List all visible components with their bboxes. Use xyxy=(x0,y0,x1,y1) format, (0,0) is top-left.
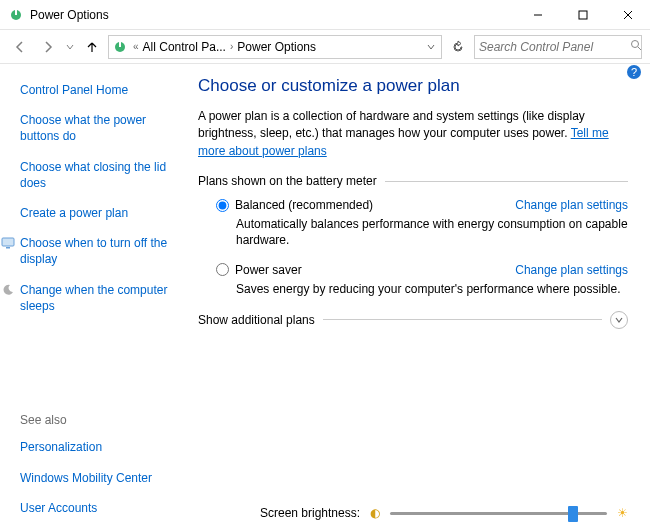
sidebar-task-display-off[interactable]: Choose when to turn off the display xyxy=(20,235,182,267)
plan-power-saver: Power saver Change plan settings Saves e… xyxy=(216,263,628,297)
plan-balanced-radio[interactable] xyxy=(216,199,229,212)
navigation-bar: « All Control Pa... › Power Options xyxy=(0,30,650,64)
divider xyxy=(385,181,628,182)
chevron-right-icon: › xyxy=(228,41,235,52)
sidebar-task-create-plan[interactable]: Create a power plan xyxy=(20,205,182,221)
plan-power-saver-radio[interactable] xyxy=(216,263,229,276)
page-heading: Choose or customize a power plan xyxy=(198,76,628,96)
power-options-icon xyxy=(8,7,24,23)
plans-section-label: Plans shown on the battery meter xyxy=(198,174,377,188)
recent-dropdown[interactable] xyxy=(64,35,76,59)
plan-balanced-radio-label[interactable]: Balanced (recommended) xyxy=(216,198,373,212)
plan-balanced: Balanced (recommended) Change plan setti… xyxy=(216,198,628,248)
power-options-icon xyxy=(111,38,129,56)
plan-power-saver-desc: Saves energy by reducing your computer's… xyxy=(236,281,628,297)
address-bar[interactable]: « All Control Pa... › Power Options xyxy=(108,35,442,59)
see-also-user-accounts[interactable]: User Accounts xyxy=(20,500,182,516)
sidebar-task-power-buttons[interactable]: Choose what the power buttons do xyxy=(20,112,182,144)
maximize-button[interactable] xyxy=(560,0,605,30)
intro-text: A power plan is a collection of hardware… xyxy=(198,108,628,160)
intro-body: A power plan is a collection of hardware… xyxy=(198,109,585,140)
back-button[interactable] xyxy=(8,35,32,59)
svg-point-8 xyxy=(632,41,639,48)
breadcrumb-item[interactable]: All Control Pa... xyxy=(143,40,226,54)
svg-rect-11 xyxy=(6,247,10,249)
sidebar: Control Panel Home Choose what the power… xyxy=(0,64,190,530)
divider xyxy=(323,319,602,320)
svg-line-9 xyxy=(638,47,641,50)
plan-power-saver-radio-label[interactable]: Power saver xyxy=(216,263,302,277)
see-also-mobility-center[interactable]: Windows Mobility Center xyxy=(20,470,182,486)
plan-balanced-name: Balanced (recommended) xyxy=(235,198,373,212)
svg-rect-3 xyxy=(579,11,587,19)
minimize-button[interactable] xyxy=(515,0,560,30)
plan-power-saver-name: Power saver xyxy=(235,263,302,277)
title-bar: Power Options xyxy=(0,0,650,30)
sun-dim-icon: ◐ xyxy=(370,506,380,520)
sun-bright-icon: ☀ xyxy=(617,506,628,520)
chevron-down-icon[interactable] xyxy=(610,311,628,329)
see-also-personalization[interactable]: Personalization xyxy=(20,439,182,455)
change-plan-settings-link[interactable]: Change plan settings xyxy=(515,263,628,277)
brightness-label: Screen brightness: xyxy=(260,506,360,520)
change-plan-settings-link[interactable]: Change plan settings xyxy=(515,198,628,212)
search-box[interactable] xyxy=(474,35,642,59)
svg-rect-1 xyxy=(15,10,17,15)
help-icon[interactable]: ? xyxy=(626,64,642,80)
breadcrumb-item[interactable]: Power Options xyxy=(237,40,316,54)
up-button[interactable] xyxy=(80,35,104,59)
svg-rect-7 xyxy=(119,42,121,47)
sleep-icon xyxy=(1,283,15,297)
main-pane: ? Choose or customize a power plan A pow… xyxy=(190,64,650,530)
search-icon[interactable] xyxy=(630,39,642,54)
show-additional-plans[interactable]: Show additional plans xyxy=(198,311,628,329)
sidebar-task-sleep[interactable]: Change when the computer sleeps xyxy=(20,282,182,314)
forward-button[interactable] xyxy=(36,35,60,59)
brightness-slider[interactable] xyxy=(390,512,607,515)
close-button[interactable] xyxy=(605,0,650,30)
plan-balanced-desc: Automatically balances performance with … xyxy=(236,216,628,248)
control-panel-home-link[interactable]: Control Panel Home xyxy=(20,82,182,98)
display-icon xyxy=(1,236,15,250)
see-also-header: See also xyxy=(20,413,182,427)
svg-text:?: ? xyxy=(631,66,637,78)
breadcrumb-prefix: « xyxy=(131,41,141,52)
window-title: Power Options xyxy=(30,8,515,22)
refresh-button[interactable] xyxy=(446,35,470,59)
sidebar-task-lid-close[interactable]: Choose what closing the lid does xyxy=(20,159,182,191)
brightness-control: Screen brightness: ◐ ☀ xyxy=(260,506,628,520)
address-dropdown[interactable] xyxy=(423,40,439,54)
svg-rect-10 xyxy=(2,238,14,246)
expander-label: Show additional plans xyxy=(198,313,315,327)
search-input[interactable] xyxy=(479,40,630,54)
brightness-slider-thumb[interactable] xyxy=(568,506,578,522)
